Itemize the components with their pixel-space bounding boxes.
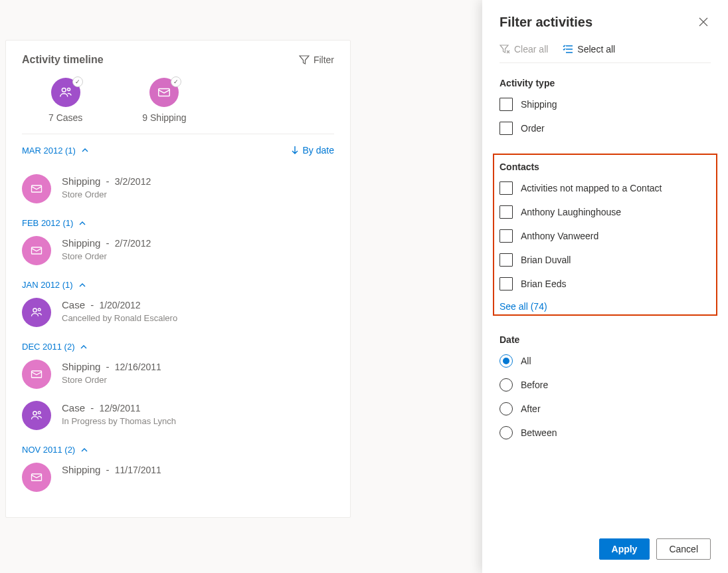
panel-actions: Clear all Select all (500, 44, 711, 63)
date-title: Date (500, 334, 711, 345)
activity-icon-circle (22, 360, 51, 389)
activity-title: Case - 1/20/2012 (62, 299, 177, 310)
sort-by-date[interactable]: By date (291, 145, 334, 156)
date-option[interactable]: Between (500, 426, 711, 439)
contact-option[interactable]: Anthony Vanweerd (500, 229, 711, 243)
option-label: Anthony Vanweerd (521, 231, 598, 241)
activity-body: Shipping - 11/17/2011 (62, 463, 161, 475)
activity-type: Case (62, 299, 85, 310)
svg-point-8 (33, 411, 37, 415)
activity-type: Shipping (62, 175, 100, 187)
svg-rect-10 (32, 474, 42, 481)
activity-sub: In Progress by Thomas Lynch (62, 416, 176, 426)
close-button[interactable] (696, 15, 711, 32)
month-header-mar-2012[interactable]: MAR 2012 (1) (22, 146, 89, 156)
date-option[interactable]: Before (500, 378, 711, 392)
option-label: Order (521, 123, 545, 134)
summary-shipping[interactable]: ✓ 9 Shipping (142, 78, 186, 123)
timeline-header: Activity timeline Filter (22, 54, 334, 66)
clear-all-button[interactable]: Clear all (500, 44, 548, 55)
checkbox[interactable] (500, 181, 513, 195)
activity-title: Shipping - 3/2/2012 (62, 175, 151, 187)
summary-row: ✓ 7 Cases ✓ 9 Shipping (22, 78, 334, 123)
cancel-button[interactable]: Cancel (656, 538, 711, 560)
radio[interactable] (500, 402, 513, 415)
panel-body: Clear all Select all Activity type Shipp… (482, 44, 728, 528)
activity-row[interactable]: Shipping - 11/17/2011 (22, 463, 334, 492)
checkbox[interactable] (500, 122, 513, 135)
date-option[interactable]: After (500, 402, 711, 415)
activity-icon-circle (22, 236, 51, 265)
activity-title: Case - 12/9/2011 (62, 402, 176, 413)
activity-date: 12/9/2011 (99, 403, 140, 413)
chevron-up-icon (81, 146, 89, 154)
date-option[interactable]: All (500, 354, 711, 368)
radio[interactable] (500, 426, 513, 439)
contact-option[interactable]: Brian Duvall (500, 253, 711, 267)
radio[interactable] (500, 378, 513, 392)
activity-type: Shipping (62, 237, 100, 249)
contact-option[interactable]: Anthony Laughinghouse (500, 205, 711, 219)
summary-cases-label: 7 Cases (48, 112, 82, 123)
activity-date: 2/7/2012 (115, 238, 151, 249)
activity-row[interactable]: Shipping - 2/7/2012Store Order (22, 236, 334, 265)
month-header[interactable]: JAN 2012 (1) (22, 280, 334, 290)
clear-all-label: Clear all (514, 44, 548, 55)
activity-row[interactable]: Case - 1/20/2012Cancelled by Ronald Esca… (22, 298, 334, 327)
svg-point-9 (38, 411, 41, 414)
activity-type: Case (62, 402, 85, 413)
month-header[interactable]: DEC 2011 (2) (22, 342, 334, 352)
checkbox[interactable] (500, 229, 513, 243)
arrow-down-icon (291, 146, 299, 155)
panel-footer: Apply Cancel (482, 528, 728, 573)
contact-option[interactable]: Activities not mapped to a Contact (500, 181, 711, 195)
contacts-highlight: Contacts Activities not mapped to a Cont… (493, 154, 717, 316)
option-label: Brian Eeds (521, 279, 566, 289)
option-label: Between (521, 427, 557, 438)
select-all-button[interactable]: Select all (563, 44, 615, 55)
option-label: Shipping (521, 99, 557, 110)
option-label: Anthony Laughinghouse (521, 207, 621, 217)
select-all-icon (563, 44, 573, 55)
activity-body: Case - 1/20/2012Cancelled by Ronald Esca… (62, 298, 177, 323)
checkbox[interactable] (500, 253, 513, 267)
activity-icon-circle (22, 463, 51, 492)
checkbox[interactable] (500, 205, 513, 219)
month-header[interactable]: NOV 2011 (2) (22, 445, 334, 455)
month-label: JAN 2012 (1) (22, 280, 73, 290)
svg-rect-7 (32, 371, 42, 378)
activity-row[interactable]: Shipping - 3/2/2012Store Order (22, 174, 334, 203)
month-label: FEB 2012 (1) (22, 218, 73, 228)
activity-type-option[interactable]: Order (500, 122, 711, 135)
activity-type: Shipping (62, 361, 100, 372)
month-header[interactable]: FEB 2012 (1) (22, 218, 334, 228)
svg-rect-2 (159, 89, 170, 96)
activity-title: Shipping - 11/17/2011 (62, 464, 161, 475)
activity-type-option[interactable]: Shipping (500, 98, 711, 111)
see-all-contacts[interactable]: See all (74) (500, 301, 547, 312)
activity-row[interactable]: Case - 12/9/2011In Progress by Thomas Ly… (22, 401, 334, 430)
activity-date: 12/16/2011 (115, 362, 161, 372)
activity-row[interactable]: Shipping - 12/16/2011Store Order (22, 360, 334, 389)
select-all-label: Select all (577, 44, 615, 55)
checkbox[interactable] (500, 277, 513, 290)
first-group-row: MAR 2012 (1) By date (22, 145, 334, 156)
person-icon (58, 85, 73, 100)
summary-cases[interactable]: ✓ 7 Cases (48, 78, 82, 123)
filter-button[interactable]: Filter (299, 55, 334, 65)
radio[interactable] (500, 354, 513, 368)
svg-rect-4 (32, 247, 42, 254)
checkbox[interactable] (500, 98, 513, 111)
apply-button[interactable]: Apply (599, 538, 650, 560)
panel-header: Filter activities (482, 0, 728, 44)
check-icon: ✓ (72, 76, 83, 87)
summary-shipping-label: 9 Shipping (142, 112, 186, 123)
clear-filter-icon (500, 44, 510, 55)
svg-point-5 (33, 308, 37, 312)
contact-option[interactable]: Brian Eeds (500, 277, 711, 290)
activity-body: Shipping - 3/2/2012Store Order (62, 174, 151, 199)
activity-sub: Store Order (62, 189, 151, 199)
cases-circle: ✓ (51, 78, 80, 107)
activity-body: Shipping - 2/7/2012Store Order (62, 236, 151, 261)
activity-icon-circle (22, 298, 51, 327)
